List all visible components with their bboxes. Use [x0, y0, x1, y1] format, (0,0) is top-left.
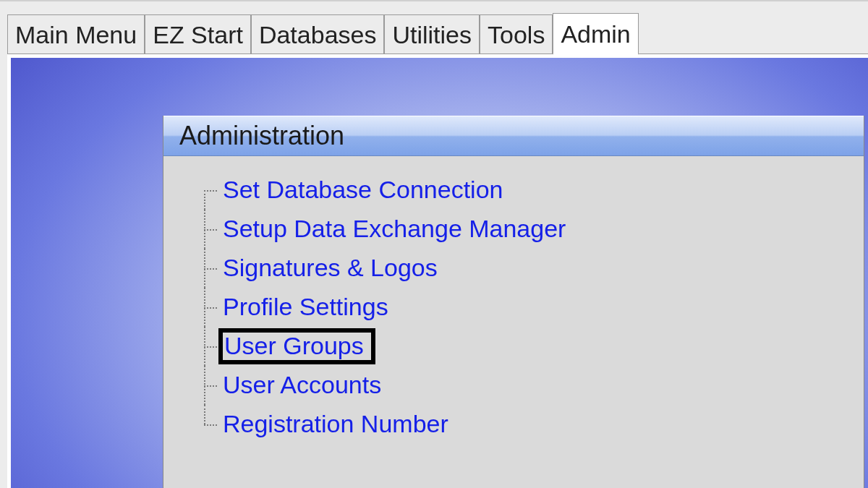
tab-main-menu[interactable]: Main Menu — [7, 14, 145, 53]
tree-row: User Accounts — [200, 366, 835, 405]
link-registration-number[interactable]: Registration Number — [220, 409, 453, 439]
tab-bar: Main Menu EZ Start Databases Utilities T… — [0, 1, 868, 53]
tab-ez-start[interactable]: EZ Start — [145, 14, 251, 53]
administration-tree: Set Database Connection Setup Data Excha… — [163, 156, 864, 458]
tree-row: Profile Settings — [200, 288, 835, 327]
tree-connector-icon — [200, 405, 220, 444]
link-signatures-logos[interactable]: Signatures & Logos — [220, 253, 442, 283]
tab-utilities[interactable]: Utilities — [384, 14, 480, 53]
tree-connector-icon — [200, 366, 220, 405]
link-user-groups[interactable]: User Groups — [218, 328, 375, 364]
administration-panel-header: Administration — [163, 116, 864, 156]
app-window: Main Menu EZ Start Databases Utilities T… — [0, 0, 868, 488]
tab-panel-admin: Administration Set Database Connection S… — [7, 53, 868, 488]
tab-admin[interactable]: Admin — [553, 13, 638, 55]
admin-background: Administration Set Database Connection S… — [11, 58, 868, 488]
tree-row: Setup Data Exchange Manager — [200, 210, 835, 249]
tree-row: Signatures & Logos — [200, 249, 835, 288]
link-setup-data-exchange-manager[interactable]: Setup Data Exchange Manager — [220, 214, 570, 244]
tree-connector-icon — [200, 327, 220, 366]
link-set-database-connection[interactable]: Set Database Connection — [220, 175, 507, 205]
tree-row: Set Database Connection — [200, 171, 835, 210]
tree-connector-icon — [200, 210, 220, 249]
tree-connector-icon — [200, 171, 220, 210]
administration-panel-title: Administration — [179, 121, 344, 151]
tree-connector-icon — [200, 288, 220, 327]
tab-databases[interactable]: Databases — [251, 14, 385, 53]
tree-row: User Groups — [200, 327, 835, 366]
link-user-accounts[interactable]: User Accounts — [220, 370, 386, 400]
link-profile-settings[interactable]: Profile Settings — [220, 292, 393, 322]
tree-connector-icon — [200, 249, 220, 288]
tree-row: Registration Number — [200, 405, 835, 444]
administration-panel: Administration Set Database Connection S… — [163, 116, 864, 488]
tab-tools[interactable]: Tools — [480, 14, 553, 53]
